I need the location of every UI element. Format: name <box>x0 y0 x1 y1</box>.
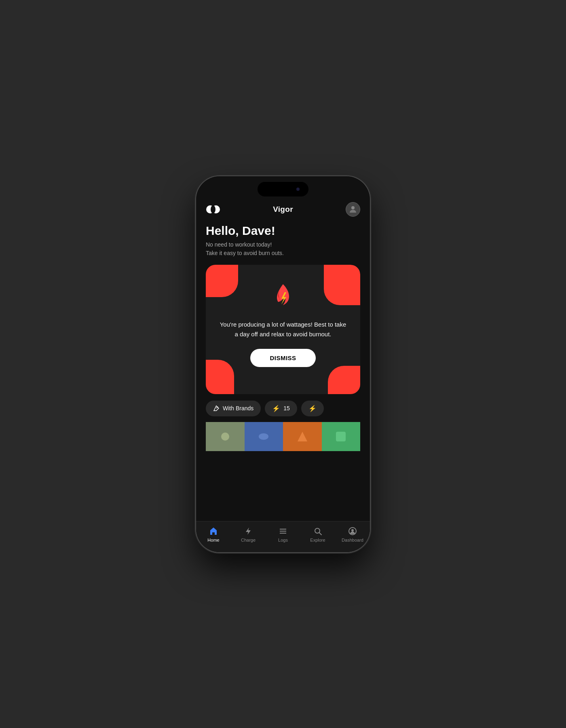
with-brands-pill[interactable]: With Brands <box>206 401 261 416</box>
greeting-subtitle: No need to workout today! Take it easy t… <box>206 241 360 257</box>
app-title: Vigor <box>273 205 293 214</box>
bolt-icon-2: ⚡ <box>308 405 317 412</box>
bottom-navigation: Home Charge <box>196 521 370 552</box>
with-brands-label: With Brands <box>223 405 253 411</box>
bolt-icon-1: ⚡ <box>272 405 280 412</box>
nav-item-home[interactable]: Home <box>196 526 231 542</box>
count-label: 15 <box>283 405 290 411</box>
img-block-4 <box>322 422 361 451</box>
image-strip <box>206 422 360 451</box>
nav-label-dashboard: Dashboard <box>342 538 363 542</box>
dynamic-island <box>258 182 308 196</box>
nav-label-explore: Explore <box>310 538 325 542</box>
avatar[interactable] <box>346 202 360 217</box>
logs-icon <box>278 526 288 536</box>
nav-label-home: Home <box>207 538 219 542</box>
svg-point-2 <box>211 205 215 213</box>
extra-pill[interactable]: ⚡ <box>301 401 324 416</box>
phone-frame: Vigor Hello, Dave! No need to workout to… <box>196 176 370 552</box>
svg-line-14 <box>319 533 321 535</box>
dismiss-button[interactable]: DISMISS <box>250 349 315 367</box>
alert-card: You're producing a lot of wattages! Best… <box>206 265 360 394</box>
svg-rect-8 <box>336 432 346 441</box>
alert-inner: You're producing a lot of wattages! Best… <box>206 265 360 382</box>
svg-rect-11 <box>280 531 286 532</box>
explore-icon <box>313 526 323 536</box>
greeting-title: Hello, Dave! <box>206 224 360 237</box>
nav-item-dashboard[interactable]: Dashboard <box>335 526 370 542</box>
phone-screen: Vigor Hello, Dave! No need to workout to… <box>196 176 370 552</box>
brands-icon <box>213 405 220 411</box>
svg-point-16 <box>351 529 354 532</box>
svg-point-6 <box>259 433 268 440</box>
count-pill[interactable]: ⚡ 15 <box>265 401 297 416</box>
img-block-1 <box>206 422 245 451</box>
main-content: Hello, Dave! No need to workout today! T… <box>196 221 370 521</box>
svg-point-5 <box>221 433 229 441</box>
filter-pills: With Brands ⚡ 15 ⚡ <box>206 401 360 416</box>
dashboard-icon <box>348 526 357 536</box>
nav-label-logs: Logs <box>278 538 288 542</box>
nav-item-logs[interactable]: Logs <box>266 526 300 542</box>
charge-icon <box>243 526 253 536</box>
app-header: Vigor <box>196 196 370 221</box>
svg-point-3 <box>351 206 355 209</box>
svg-marker-7 <box>298 432 307 441</box>
alert-body-text: You're producing a lot of wattages! Best… <box>218 320 348 339</box>
svg-point-13 <box>315 528 320 533</box>
svg-rect-12 <box>280 533 286 534</box>
fire-bolt-icon <box>267 281 299 313</box>
nav-label-charge: Charge <box>241 538 256 542</box>
img-block-2 <box>245 422 283 451</box>
img-block-3 <box>283 422 322 451</box>
svg-rect-10 <box>280 529 286 530</box>
app-logo <box>206 204 220 215</box>
nav-item-charge[interactable]: Charge <box>231 526 266 542</box>
nav-item-explore[interactable]: Explore <box>300 526 335 542</box>
home-icon <box>209 526 218 536</box>
svg-marker-9 <box>246 528 251 535</box>
